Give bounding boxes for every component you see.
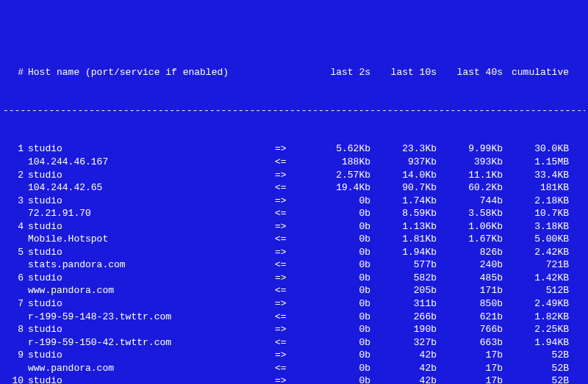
row-index: [3, 156, 28, 169]
row-last10s: 42b: [370, 349, 437, 362]
row-index: 1: [3, 142, 28, 156]
table-row: r-199-59-150-42.twttr.com<=0b327b663b1.9…: [3, 336, 585, 349]
table-row: Mobile.Hotspot<=0b1.81Kb1.67Kb5.00KB: [3, 233, 585, 246]
header-last40s: last 40s: [437, 66, 503, 79]
row-index: [3, 284, 28, 297]
row-cum: 1.42KB: [503, 272, 569, 285]
row-cum: 1.94KB: [503, 336, 569, 349]
row-cum: 2.49KB: [503, 297, 569, 311]
row-last40s: 3.58Kb: [437, 207, 503, 220]
header-row: # Host name (port/service if enabled) la…: [3, 66, 585, 79]
table-row: 3studio=>0b1.74Kb744b2.18KB: [3, 195, 585, 208]
table-row: 4studio=>0b1.13Kb1.06Kb3.18KB: [3, 220, 585, 233]
row-last40s: 393Kb: [437, 156, 503, 169]
row-last2s: 0b: [312, 349, 370, 362]
row-host: 72.21.91.70: [28, 207, 275, 220]
direction-arrow-icon: <=: [275, 207, 312, 220]
row-cum: 1.82KB: [503, 311, 569, 324]
direction-arrow-icon: =>: [275, 349, 312, 362]
row-host: 104.244.42.65: [28, 181, 275, 195]
direction-arrow-icon: <=: [275, 362, 312, 375]
row-cum: 1.15MB: [503, 156, 569, 169]
row-last10s: 90.7Kb: [370, 181, 437, 195]
row-host: studio: [28, 195, 275, 208]
row-last2s: 0b: [312, 207, 370, 220]
row-cum: 5.00KB: [503, 233, 569, 246]
row-cum: 181KB: [503, 181, 569, 195]
row-cum: 2.25KB: [503, 323, 569, 336]
row-host: studio: [28, 142, 275, 156]
direction-arrow-icon: =>: [275, 297, 312, 311]
row-cum: 30.0KB: [503, 142, 569, 156]
row-last2s: 19.4Kb: [312, 181, 370, 195]
row-host: studio: [28, 297, 275, 311]
header-spacer: [275, 66, 312, 79]
row-host: studio: [28, 374, 275, 384]
row-index: 7: [3, 297, 28, 311]
row-last40s: 17b: [437, 374, 503, 384]
row-index: 5: [3, 246, 28, 259]
row-index: 6: [3, 272, 28, 285]
row-last2s: 0b: [312, 297, 370, 311]
row-cum: 512B: [503, 284, 569, 297]
header-idx: #: [3, 66, 28, 79]
row-last10s: 266b: [370, 311, 437, 324]
row-last40s: 485b: [437, 272, 503, 285]
row-host: studio: [28, 349, 275, 362]
row-last10s: 937Kb: [370, 156, 437, 169]
row-last10s: 23.3Kb: [370, 142, 437, 156]
row-last10s: 42b: [370, 374, 437, 384]
row-cum: 3.18KB: [503, 220, 569, 233]
direction-arrow-icon: =>: [275, 323, 312, 336]
direction-arrow-icon: =>: [275, 142, 312, 156]
row-last40s: 171b: [437, 284, 503, 297]
row-host: studio: [28, 323, 275, 336]
row-cum: 2.18KB: [503, 195, 569, 208]
row-last10s: 327b: [370, 336, 437, 349]
separator-dash: ----------------------------------------…: [3, 104, 585, 117]
direction-arrow-icon: =>: [275, 374, 312, 384]
row-last40s: 826b: [437, 246, 503, 259]
row-host: studio: [28, 169, 275, 182]
row-last10s: 582b: [370, 272, 437, 285]
row-last2s: 0b: [312, 374, 370, 384]
row-host: stats.pandora.com: [28, 258, 275, 272]
row-last10s: 311b: [370, 297, 437, 311]
row-index: 4: [3, 220, 28, 233]
row-last2s: 0b: [312, 336, 370, 349]
row-cum: 52B: [503, 349, 569, 362]
row-last2s: 0b: [312, 246, 370, 259]
row-last40s: 17b: [437, 362, 503, 375]
header-last10s: last 10s: [370, 66, 437, 79]
row-index: 2: [3, 169, 28, 182]
row-index: 10: [3, 374, 28, 384]
row-host: studio: [28, 246, 275, 259]
row-index: 3: [3, 195, 28, 208]
row-cum: 52B: [503, 374, 569, 384]
direction-arrow-icon: <=: [275, 336, 312, 349]
direction-arrow-icon: <=: [275, 233, 312, 246]
table-row: r-199-59-148-23.twttr.com<=0b266b621b1.8…: [3, 311, 585, 324]
row-index: [3, 336, 28, 349]
row-last2s: 0b: [312, 195, 370, 208]
row-last2s: 188Kb: [312, 156, 370, 169]
table-row: 7studio=>0b311b850b2.49KB: [3, 297, 585, 311]
row-cum: 10.7KB: [503, 207, 569, 220]
direction-arrow-icon: =>: [275, 272, 312, 285]
row-last10s: 577b: [370, 258, 437, 272]
row-cum: 33.4KB: [503, 169, 569, 182]
table-row: 6studio=>0b582b485b1.42KB: [3, 272, 585, 285]
row-last2s: 0b: [312, 362, 370, 375]
row-cum: 721B: [503, 258, 569, 272]
table-row: www.pandora.com<=0b42b17b52B: [3, 362, 585, 375]
table-row: 10studio=>0b42b17b52B: [3, 374, 585, 384]
row-last10s: 1.94Kb: [370, 246, 437, 259]
row-last40s: 1.67Kb: [437, 233, 503, 246]
row-host: www.pandora.com: [28, 284, 275, 297]
row-index: 9: [3, 349, 28, 362]
table-row: 5studio=>0b1.94Kb826b2.42KB: [3, 246, 585, 259]
row-last2s: 0b: [312, 258, 370, 272]
row-last40s: 766b: [437, 323, 503, 336]
table-row: 9studio=>0b42b17b52B: [3, 349, 585, 362]
row-last40s: 621b: [437, 311, 503, 324]
